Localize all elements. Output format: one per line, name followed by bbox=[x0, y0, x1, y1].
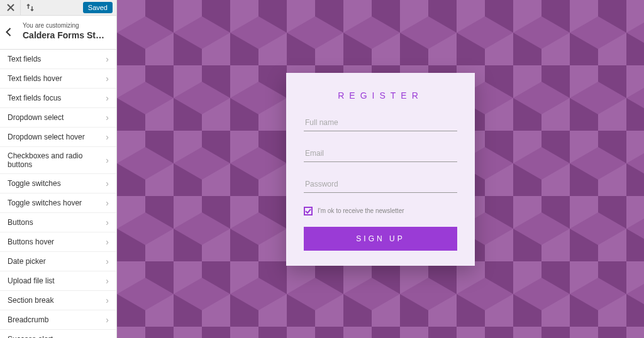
chevron-right-icon: › bbox=[106, 315, 109, 325]
menu-item-toggle-switches-hover[interactable]: Toggle switches hover› bbox=[0, 194, 116, 213]
customizer-sidebar: Saved You are customizing Caldera Forms … bbox=[0, 0, 117, 338]
password-field[interactable] bbox=[304, 176, 457, 193]
top-bar: Saved bbox=[0, 0, 116, 16]
back-button[interactable] bbox=[5, 27, 12, 40]
menu-item-label: Text fields bbox=[8, 55, 41, 63]
chevron-right-icon: › bbox=[106, 237, 109, 247]
chevron-right-icon: › bbox=[106, 132, 109, 142]
fullname-field[interactable] bbox=[304, 114, 457, 131]
chevron-right-icon: › bbox=[106, 276, 109, 286]
newsletter-label: I'm ok to receive the newsletter bbox=[318, 207, 404, 214]
menu-item-label: Section break bbox=[8, 296, 53, 305]
menu-item-label: Text fields focus bbox=[8, 94, 61, 102]
saved-badge: Saved bbox=[83, 2, 113, 13]
panel-title: Caldera Forms Style C... bbox=[23, 30, 109, 40]
menu-item-breadcrumb[interactable]: Breadcrumb› bbox=[0, 310, 116, 330]
menu-item-dropdown-select[interactable]: Dropdown select› bbox=[0, 108, 116, 128]
chevron-right-icon: › bbox=[106, 93, 109, 103]
menu-item-text-fields-focus[interactable]: Text fields focus› bbox=[0, 89, 116, 108]
menu-item-label: Text fields hover bbox=[8, 74, 62, 83]
menu-item-label: Upload file list bbox=[8, 276, 55, 285]
menu-item-label: Buttons bbox=[8, 218, 33, 227]
menu-item-label: Dropdown select hover bbox=[8, 133, 85, 141]
menu-item-buttons[interactable]: Buttons› bbox=[0, 213, 116, 232]
menu-item-text-fields[interactable]: Text fields› bbox=[0, 50, 116, 69]
menu-item-section-break[interactable]: Section break› bbox=[0, 291, 116, 310]
newsletter-checkbox[interactable] bbox=[304, 207, 313, 215]
menu-item-upload-file-list[interactable]: Upload file list› bbox=[0, 271, 116, 291]
chevron-right-icon: › bbox=[106, 112, 109, 123]
settings-menu: Text fields› Text fields hover› Text fie… bbox=[0, 50, 116, 338]
menu-item-checkboxes-radio[interactable]: Checkboxes and radio buttons› bbox=[0, 147, 116, 174]
register-card: REGISTER I'm ok to receive the newslette… bbox=[286, 73, 475, 266]
chevron-right-icon: › bbox=[106, 217, 109, 227]
menu-item-label: Date picker bbox=[8, 257, 46, 266]
menu-item-label: Success alert bbox=[8, 335, 53, 338]
menu-item-buttons-hover[interactable]: Buttons hover› bbox=[0, 232, 116, 252]
newsletter-row: I'm ok to receive the newsletter bbox=[304, 207, 457, 215]
chevron-right-icon: › bbox=[106, 155, 109, 165]
menu-item-dropdown-select-hover[interactable]: Dropdown select hover› bbox=[0, 128, 116, 147]
menu-item-label: Dropdown select bbox=[8, 113, 64, 122]
chevron-right-icon: › bbox=[106, 198, 109, 208]
menu-item-date-picker[interactable]: Date picker› bbox=[0, 252, 116, 271]
menu-item-success-alert[interactable]: Success alert› bbox=[0, 330, 116, 338]
preview-pane: REGISTER I'm ok to receive the newslette… bbox=[117, 0, 644, 338]
form-title: REGISTER bbox=[304, 90, 457, 101]
menu-item-label: Toggle switches bbox=[8, 179, 61, 188]
menu-item-label: Checkboxes and radio buttons bbox=[8, 151, 106, 169]
panel-header: You are customizing Caldera Forms Style … bbox=[0, 16, 116, 50]
chevron-right-icon: › bbox=[106, 256, 109, 266]
menu-item-label: Breadcrumb bbox=[8, 315, 48, 324]
menu-item-toggle-switches[interactable]: Toggle switches› bbox=[0, 174, 116, 194]
divider bbox=[20, 0, 21, 16]
customizing-label: You are customizing bbox=[23, 22, 109, 29]
chevron-right-icon: › bbox=[106, 334, 109, 338]
close-icon[interactable] bbox=[4, 1, 18, 14]
signup-button[interactable]: SIGN UP bbox=[304, 227, 457, 251]
chevron-right-icon: › bbox=[106, 178, 109, 188]
menu-item-text-fields-hover[interactable]: Text fields hover› bbox=[0, 69, 116, 89]
email-field[interactable] bbox=[304, 145, 457, 162]
chevron-right-icon: › bbox=[106, 54, 109, 64]
menu-item-label: Toggle switches hover bbox=[8, 199, 82, 207]
chevron-right-icon: › bbox=[106, 74, 109, 84]
chevron-right-icon: › bbox=[106, 295, 109, 305]
menu-item-label: Buttons hover bbox=[8, 237, 54, 246]
device-toggle-icon[interactable] bbox=[23, 1, 37, 14]
